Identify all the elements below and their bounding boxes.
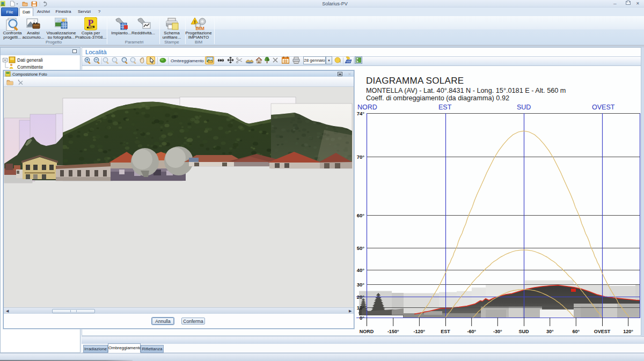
svg-text:SUD: SUD — [518, 329, 529, 334]
svg-text:20°: 20° — [357, 294, 365, 300]
svg-text:Composizione Foto: Composizione Foto — [12, 72, 47, 77]
svg-text:-30°: -30° — [493, 329, 502, 334]
svg-text:74°: 74° — [357, 110, 365, 116]
svg-text:-120°: -120° — [414, 329, 426, 334]
svg-text:OVEST: OVEST — [594, 329, 611, 334]
svg-text:60°: 60° — [572, 329, 580, 334]
svg-text:60°: 60° — [357, 212, 365, 218]
svg-text:0°: 0° — [360, 315, 364, 321]
svg-text:50°: 50° — [357, 245, 365, 251]
svg-text:30°: 30° — [546, 329, 554, 334]
svg-text:OVEST: OVEST — [592, 104, 615, 111]
svg-text:30°: 30° — [357, 282, 365, 288]
svg-text:-150°: -150° — [387, 329, 399, 334]
svg-text:EST: EST — [438, 104, 452, 111]
svg-text:SUD: SUD — [517, 104, 531, 111]
svg-text:Coeff. di ombreggiamento (da d: Coeff. di ombreggiamento (da diagramma) … — [366, 94, 509, 102]
svg-text:DIAGRAMMA SOLARE: DIAGRAMMA SOLARE — [366, 76, 464, 86]
svg-text:MONTELLA (AV) - Lat. 40°.8431: MONTELLA (AV) - Lat. 40°.8431 N - Long. … — [366, 87, 566, 94]
svg-text:70°: 70° — [357, 154, 365, 160]
svg-text:120°: 120° — [623, 329, 633, 334]
svg-text:NORD: NORD — [360, 329, 374, 334]
svg-text:EST: EST — [441, 329, 450, 334]
svg-text:40°: 40° — [357, 267, 365, 273]
svg-text:10°: 10° — [357, 305, 365, 311]
svg-text:-60°: -60° — [467, 329, 476, 334]
